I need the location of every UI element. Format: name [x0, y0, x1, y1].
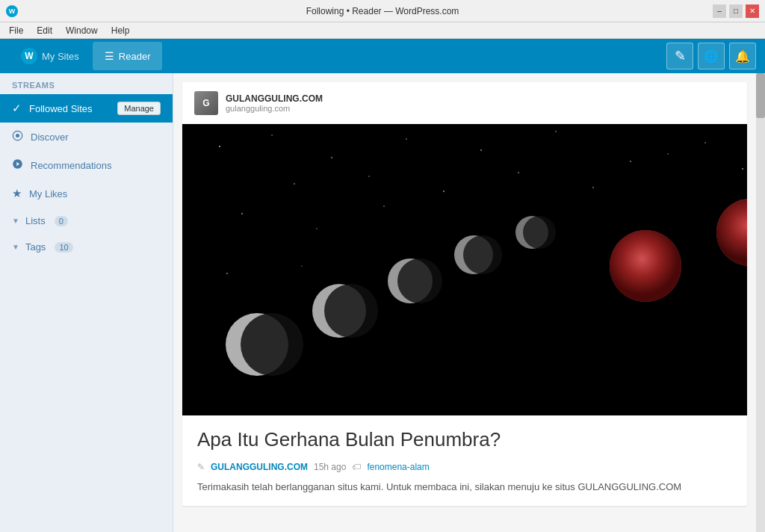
post-meta-site[interactable]: GULANGGULING.COM [211, 462, 308, 472]
stars-svg [182, 124, 747, 415]
svg-point-3 [219, 146, 220, 147]
post-meta: ✎ GULANGGULING.COM 15h ago 🏷 fenomena-al… [197, 462, 732, 472]
tags-label: Tags [25, 241, 46, 253]
svg-point-32 [397, 259, 442, 303]
scrollbar-track[interactable] [756, 73, 765, 532]
checkmark-icon: ✓ [12, 102, 22, 115]
svg-point-7 [480, 149, 482, 151]
tab-my-sites[interactable]: W My Sites [9, 42, 91, 70]
site-avatar: G [194, 91, 218, 115]
star-icon: ★ [12, 187, 22, 200]
tags-chevron-icon: ▼ [12, 243, 19, 251]
site-info: GULANGGULING.COM gulangguling.com [226, 93, 323, 113]
pencil-meta-icon: ✎ [197, 462, 205, 472]
svg-point-1 [16, 134, 19, 137]
menu-window[interactable]: Window [60, 24, 104, 37]
sidebar-item-lists[interactable]: ▼ Lists 0 [0, 208, 173, 234]
window-controls: – □ ✕ [713, 4, 759, 18]
moon-scene [182, 124, 747, 415]
title-bar: W Following • Reader — WordPress.com – □… [0, 0, 765, 22]
post-meta-time: 15h ago [314, 462, 346, 472]
compose-button[interactable]: ✎ [666, 43, 693, 69]
globe-button[interactable]: 🌐 [698, 43, 725, 69]
svg-point-5 [331, 157, 332, 158]
header-actions: ✎ 🌐 🔔 [666, 43, 756, 69]
svg-point-4 [271, 134, 273, 136]
tags-badge: 10 [55, 242, 72, 253]
svg-point-23 [301, 265, 302, 266]
nav-tabs: W My Sites ☰ Reader [9, 42, 162, 70]
svg-point-39 [610, 230, 681, 302]
sidebar-item-followed-sites[interactable]: ✓ Followed Sites Manage [0, 94, 173, 123]
post-title: Apa Itu Gerhana Bulan Penumbra? [197, 427, 732, 453]
my-sites-logo: W [21, 48, 37, 64]
svg-point-8 [555, 131, 557, 132]
svg-point-28 [241, 313, 303, 376]
compose-icon: ✎ [675, 48, 686, 64]
scrollbar-thumb[interactable] [756, 73, 765, 118]
lists-label: Lists [25, 215, 46, 226]
post-card-header: G GULANGGULING.COM gulangguling.com [182, 82, 747, 124]
close-button[interactable]: ✕ [746, 4, 759, 18]
menu-edit[interactable]: Edit [31, 24, 58, 37]
lists-chevron-icon: ▼ [12, 217, 19, 225]
tag-icon: 🏷 [352, 462, 361, 472]
svg-point-11 [742, 168, 743, 170]
recommendations-label: Recommendations [31, 160, 161, 171]
svg-point-18 [667, 153, 668, 154]
svg-point-13 [294, 183, 295, 185]
followed-sites-label: Followed Sites [29, 103, 110, 114]
main-layout: Streams ✓ Followed Sites Manage Discover… [0, 73, 765, 532]
svg-point-22 [226, 273, 228, 274]
post-card: G GULANGGULING.COM gulangguling.com [182, 82, 747, 506]
site-name: GULANGGULING.COM [226, 93, 323, 104]
lists-badge: 0 [55, 216, 68, 226]
streams-label: Streams [0, 73, 173, 94]
sidebar-item-recommendations[interactable]: Recommendations [0, 151, 173, 179]
minimize-button[interactable]: – [713, 4, 726, 18]
menu-help[interactable]: Help [105, 24, 136, 37]
sidebar: Streams ✓ Followed Sites Manage Discover… [0, 73, 173, 532]
svg-point-14 [368, 176, 369, 176]
my-sites-label: My Sites [42, 51, 79, 62]
maximize-button[interactable]: □ [729, 4, 743, 18]
svg-point-6 [406, 138, 406, 139]
post-meta-tag[interactable]: fenomena-alam [367, 462, 429, 472]
svg-point-16 [518, 172, 519, 173]
discover-icon [12, 130, 23, 143]
svg-point-9 [630, 161, 631, 162]
discover-label: Discover [31, 132, 161, 143]
svg-point-20 [316, 228, 318, 229]
globe-icon: 🌐 [704, 49, 719, 64]
bell-icon: 🔔 [735, 49, 750, 64]
sidebar-item-discover[interactable]: Discover [0, 123, 173, 151]
sidebar-item-my-likes[interactable]: ★ My Likes [0, 179, 173, 208]
my-likes-label: My Likes [29, 188, 161, 200]
tab-reader[interactable]: ☰ Reader [93, 42, 163, 70]
post-body: Apa Itu Gerhana Bulan Penumbra? ✎ GULANG… [182, 415, 747, 506]
menu-bar: File Edit Window Help [0, 22, 765, 39]
post-image [182, 124, 747, 415]
content-area: G GULANGGULING.COM gulangguling.com [173, 73, 765, 532]
svg-point-15 [443, 191, 445, 192]
svg-point-17 [592, 187, 594, 188]
window-title: Following • Reader — WordPress.com [306, 6, 459, 16]
manage-button[interactable]: Manage [117, 102, 161, 115]
post-excerpt: Terimakasih telah berlangganan situs kam… [197, 480, 732, 495]
menu-file[interactable]: File [3, 24, 29, 37]
reader-icon: ☰ [105, 50, 114, 62]
notifications-button[interactable]: 🔔 [729, 43, 756, 69]
reader-label: Reader [119, 51, 151, 62]
app-logo: W [6, 5, 18, 17]
sidebar-item-tags[interactable]: ▼ Tags 10 [0, 234, 173, 260]
svg-point-19 [241, 213, 243, 214]
app-header: W My Sites ☰ Reader ✎ 🌐 🔔 [0, 39, 765, 73]
svg-point-10 [704, 142, 705, 143]
recommendations-icon [12, 158, 23, 172]
site-url: gulangguling.com [226, 104, 323, 113]
svg-point-34 [463, 235, 502, 274]
svg-point-30 [324, 284, 378, 338]
svg-point-36 [523, 216, 556, 249]
site-avatar-inner: G [194, 91, 218, 115]
svg-point-21 [383, 205, 384, 206]
